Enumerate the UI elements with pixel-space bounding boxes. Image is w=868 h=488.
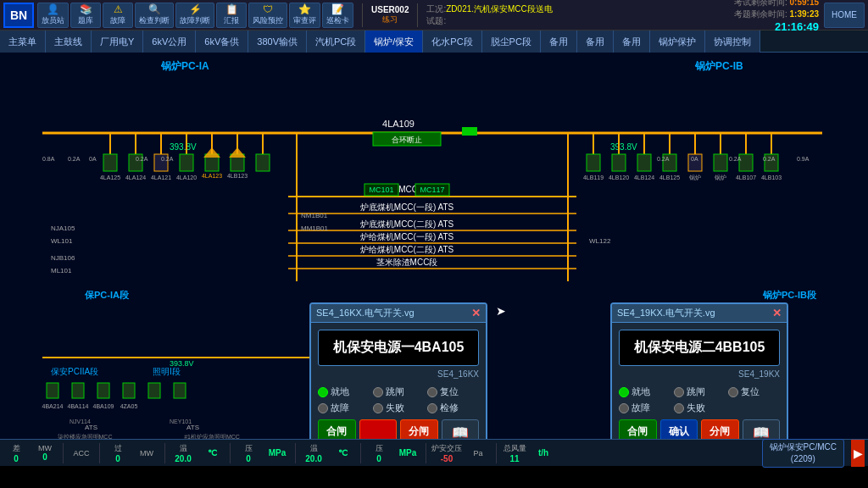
nav-spare3[interactable]: 备用 <box>614 30 650 53</box>
maint-dot <box>427 403 437 413</box>
svg-text:合环断止: 合环断止 <box>392 136 422 144</box>
top-bar: BN 👤 放员站 📚 题库 ⚠ 故障 🔍 检查判断 ⚡ 故障判断 📋 汇报 🛡 … <box>0 0 868 30</box>
svg-text:NJA105: NJA105 <box>51 225 75 232</box>
svg-rect-81 <box>123 383 135 398</box>
icon-report[interactable]: 📋 汇报 <box>216 3 247 28</box>
sep6 <box>360 443 361 463</box>
dialog2-controls: 就地 跳闸 复位 故障 失败 <box>619 385 780 414</box>
check-icon: 🔍 <box>148 3 161 15</box>
sep5 <box>295 443 296 463</box>
dialog1-controls: 就地 跳闸 复位 故障 失败 <box>318 385 479 414</box>
icon-fault[interactable]: ⚠ 故障 <box>103 3 133 28</box>
svg-text:393.8V: 393.8V <box>610 142 637 152</box>
svg-text:锅炉PC-IB段: 锅炉PC-IB段 <box>762 290 817 300</box>
nav-factory-power[interactable]: 厂用电Y <box>92 30 143 53</box>
trip-dot <box>373 387 383 397</box>
timer-block: 考试剩余时间: 0:59:15 考题剩余时间: 1:39:23 21:16:49 <box>734 0 819 33</box>
dialog2-close-btn[interactable]: 合闸 <box>619 419 657 439</box>
dialog2-title: SE4_19KX.电气开关.vg <box>617 307 715 319</box>
home-button[interactable]: HOME <box>824 3 865 28</box>
svg-text:0.2A: 0.2A <box>161 156 174 162</box>
dialog2-ctrl-trip: 跳闸 <box>674 385 726 398</box>
nav-turbine-pc[interactable]: 汽机PC段 <box>307 30 365 53</box>
nav-boiler-safety[interactable]: 锅炉/保安 <box>365 30 423 53</box>
dialog2-ctrl-reset: 复位 <box>728 385 780 398</box>
nav-boiler-protect[interactable]: 锅炉保护 <box>650 30 705 53</box>
svg-rect-16 <box>103 154 117 171</box>
icon-library[interactable]: 📚 题库 <box>70 3 101 28</box>
icon-risk[interactable]: 🛡 风险预控 <box>248 3 287 28</box>
dialog1-open-btn[interactable]: 分闸 <box>400 419 438 439</box>
svg-text:炉底煤机MCC(一段)  ATS: 炉底煤机MCC(一段) ATS <box>360 202 454 212</box>
nav-spare1[interactable]: 备用 <box>541 30 577 53</box>
svg-text:炉底煤机MCC(二段)  ATS: 炉底煤机MCC(二段) ATS <box>360 219 454 229</box>
dialog2-body: 机保安电源二4BB105 SE4_19KX 就地 跳闸 复位 故障 <box>612 323 787 439</box>
svg-text:4LA120: 4LA120 <box>176 175 197 180</box>
dialog1-buttons: 合闸 分闸 📖 <box>318 419 479 439</box>
svg-text:锅炉: 锅炉 <box>714 175 726 180</box>
svg-text:MC117: MC117 <box>420 186 444 194</box>
nav-water-pc[interactable]: 化水PC段 <box>423 30 481 53</box>
nav-6kv-common[interactable]: 6kV公用 <box>143 30 196 53</box>
svg-text:保PC-IA段: 保PC-IA段 <box>84 290 130 300</box>
svg-text:4BA114: 4BA114 <box>68 403 89 409</box>
sep4 <box>230 443 231 463</box>
svg-rect-82 <box>148 383 160 398</box>
svg-text:4LA124: 4LA124 <box>125 175 146 180</box>
panel-label: 锅炉保安PC/MCC (2209) <box>770 441 837 465</box>
nav-dust-pc[interactable]: 脱尘PC段 <box>482 30 541 53</box>
status-pa: Pa <box>465 449 491 458</box>
svg-text:393.8V: 393.8V <box>170 359 194 368</box>
icon-review[interactable]: ⭐ 审查评 <box>289 3 320 28</box>
sep7 <box>426 443 426 463</box>
svg-rect-40 <box>612 154 626 171</box>
dialog1-subtitle: SE4_16KX <box>318 369 479 379</box>
svg-text:4BA214: 4BA214 <box>42 403 64 409</box>
dialog1-close-btn[interactable]: 合闸 <box>318 419 356 439</box>
status-temp2: 温 20.0 <box>301 443 326 463</box>
dialog1-close-button[interactable]: ✕ <box>471 307 481 319</box>
nav-coord-control[interactable]: 协调控制 <box>705 30 760 53</box>
svg-text:4LB124: 4LB124 <box>634 175 654 180</box>
status-airflow-unit: t/h <box>531 448 556 458</box>
divider2 <box>417 3 418 27</box>
dialog2-book-btn[interactable]: 📖 <box>743 419 781 439</box>
nav-6kv-backup[interactable]: 6kV备供 <box>196 30 248 53</box>
svg-text:0.9A: 0.9A <box>797 156 810 162</box>
svg-text:WL122: WL122 <box>589 237 611 245</box>
svg-text:0.2A: 0.2A <box>657 156 670 162</box>
svg-text:NEY101: NEY101 <box>170 419 192 424</box>
nav-spare2[interactable]: 备用 <box>577 30 614 53</box>
dialog1-red-btn[interactable] <box>359 419 398 439</box>
sep1 <box>63 443 64 463</box>
dialog1-book-btn[interactable]: 📖 <box>442 419 480 439</box>
svg-text:➤: ➤ <box>496 304 506 318</box>
dialog2-confirm-btn[interactable]: 确认 <box>660 419 698 439</box>
nav-main-menu[interactable]: 主菜单 <box>0 30 46 53</box>
status-mw1: MW 0 <box>32 444 58 462</box>
svg-text:锅炉PC-IB: 锅炉PC-IB <box>694 60 743 72</box>
icon-check[interactable]: 🔍 检查判断 <box>135 3 174 28</box>
svg-rect-79 <box>72 383 84 398</box>
dialog2-ctrl-maint <box>728 402 780 414</box>
svg-text:4LA125: 4LA125 <box>100 175 120 180</box>
svg-text:照明I段: 照明I段 <box>153 367 181 376</box>
dialog1-titlebar: SE4_16KX.电气开关.vg ✕ <box>311 304 486 323</box>
status-bar: 差 0 MW 0 ACC 过 0 MW 温 20.0 ℃ 压 0 MPa 温 2… <box>0 439 868 466</box>
svg-text:茎米除渣MCC段: 茎米除渣MCC段 <box>376 258 438 267</box>
icon-staff[interactable]: 👤 放员站 <box>37 3 69 28</box>
icon-fault-judge[interactable]: ⚡ 故障判断 <box>175 3 214 28</box>
nav-380v[interactable]: 380V输供 <box>248 30 307 53</box>
svg-text:4LB107: 4LB107 <box>736 175 756 180</box>
icon-patrol[interactable]: 📝 巡检卡 <box>322 3 353 28</box>
svg-text:0.2A: 0.2A <box>68 156 81 162</box>
scroll-right-button[interactable]: ▶ <box>851 440 865 467</box>
dialog2-close-button[interactable]: ✕ <box>772 307 782 319</box>
nav-main-line[interactable]: 主鼓线 <box>46 30 92 53</box>
svg-text:NM1B01: NM1B01 <box>301 212 328 219</box>
dialog2-open-btn[interactable]: 分闸 <box>701 419 739 439</box>
svg-rect-44 <box>714 154 727 171</box>
library-icon: 📚 <box>80 3 92 15</box>
status-press-unit: MPa <box>264 448 290 458</box>
status-temp2-unit: ℃ <box>330 448 355 458</box>
